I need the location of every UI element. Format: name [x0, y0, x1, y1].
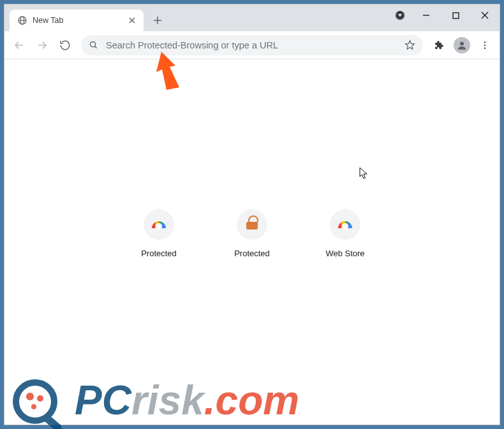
window-controls [389, 4, 500, 26]
svg-line-16 [95, 47, 97, 48]
svg-point-18 [460, 41, 464, 45]
tab-close-button[interactable] [127, 15, 137, 25]
svg-point-21 [484, 47, 486, 49]
tab-strip: New Tab [4, 4, 500, 31]
svg-text:PCrisk.com: PCrisk.com [75, 377, 299, 423]
toolbar [4, 31, 500, 59]
close-window-button[interactable] [470, 4, 500, 26]
globe-icon [17, 15, 27, 25]
shortcut-icon [330, 209, 360, 240]
tab-title: New Tab [33, 16, 63, 25]
search-engine-indicator-icon[interactable] [389, 4, 411, 26]
svg-point-20 [484, 44, 486, 46]
shortcut-label: Protected [141, 249, 177, 258]
forward-button[interactable] [31, 34, 53, 56]
shortcut-protected-2[interactable]: Protected [216, 209, 288, 258]
mouse-cursor-icon [359, 167, 369, 182]
svg-marker-17 [406, 41, 415, 49]
extensions-button[interactable] [428, 34, 450, 56]
svg-point-22 [16, 382, 54, 421]
shortcut-label: Web Store [325, 249, 364, 258]
svg-point-15 [91, 42, 96, 47]
watermark-logo: PCrisk.com [11, 363, 317, 429]
address-bar[interactable] [81, 35, 423, 55]
svg-rect-23 [41, 413, 63, 429]
bookmark-star-icon[interactable] [404, 40, 415, 50]
omnibox-input[interactable] [106, 40, 397, 50]
svg-rect-10 [453, 13, 459, 18]
new-tab-button[interactable] [149, 11, 167, 29]
new-tab-page: Protected Protected Web Store [4, 59, 500, 425]
search-icon [89, 40, 98, 50]
svg-point-24 [26, 393, 34, 400]
svg-point-25 [37, 395, 43, 402]
shortcut-protected-1[interactable]: Protected [123, 209, 195, 258]
shortcut-icon [237, 209, 267, 240]
svg-point-26 [31, 404, 36, 409]
browser-window: New Tab [4, 4, 500, 425]
tab-newtab[interactable]: New Tab [10, 10, 144, 31]
back-button[interactable] [8, 34, 30, 56]
svg-point-19 [484, 41, 486, 43]
kebab-menu-button[interactable] [474, 34, 496, 56]
shortcut-label: Protected [234, 249, 270, 258]
avatar-icon [454, 37, 470, 54]
maximize-button[interactable] [441, 4, 470, 26]
shortcuts-row: Protected Protected Web Store [123, 209, 381, 258]
shortcut-icon [144, 209, 174, 240]
reload-button[interactable] [54, 34, 76, 56]
profile-button[interactable] [451, 34, 473, 56]
minimize-button[interactable] [411, 4, 441, 26]
shortcut-web-store[interactable]: Web Store [309, 209, 381, 258]
